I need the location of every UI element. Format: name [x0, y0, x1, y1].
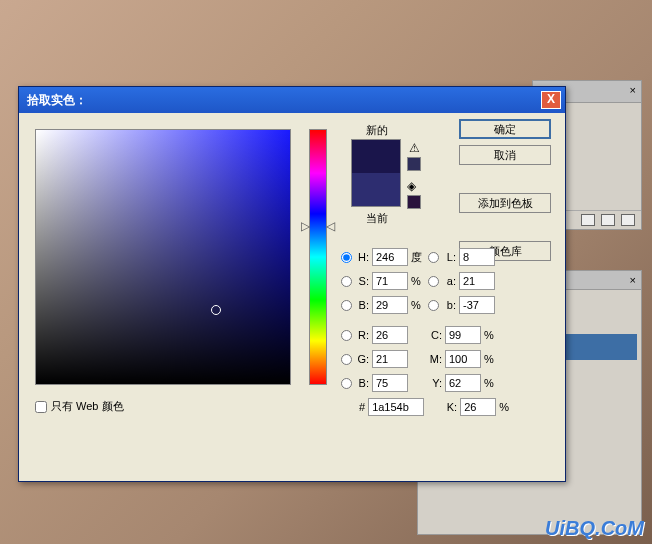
add-swatch-button[interactable]: 添加到色板	[459, 193, 551, 213]
color-picker-dialog: 拾取实色： X ▷◁ 新的 当前 ⚠ ◈ 确定 取消 添加到色板 颜色库 H:度	[18, 86, 566, 482]
s-radio[interactable]	[341, 276, 352, 287]
bv-radio[interactable]	[341, 300, 352, 311]
sv-handle[interactable]	[211, 305, 221, 315]
panel-close-icon[interactable]: ×	[630, 274, 636, 286]
y-input[interactable]	[445, 374, 481, 392]
panel-close-icon[interactable]: ×	[630, 84, 636, 99]
current-label: 当前	[351, 211, 403, 226]
websafe-warning-icon[interactable]: ◈	[407, 179, 421, 193]
gamut-swatch[interactable]	[407, 157, 421, 171]
b-radio[interactable]	[428, 300, 439, 311]
dialog-title: 拾取实色：	[27, 92, 87, 109]
color-values: H:度 L: S:% a: B:% b: R: C:% G: M:% B: Y:…	[341, 245, 541, 419]
new-color-swatch[interactable]	[352, 140, 400, 173]
s-input[interactable]	[372, 272, 408, 290]
h-radio[interactable]	[341, 252, 352, 263]
hex-input[interactable]	[368, 398, 424, 416]
hue-pointer: ▷◁	[301, 219, 335, 233]
a-input[interactable]	[459, 272, 495, 290]
gamut-warning-icon[interactable]: ⚠	[407, 141, 421, 155]
a-radio[interactable]	[428, 276, 439, 287]
bb-radio[interactable]	[341, 378, 352, 389]
k-input[interactable]	[460, 398, 496, 416]
color-swatches	[351, 139, 401, 207]
watermark: UiBQ.CoM	[545, 517, 644, 540]
web-only-checkbox[interactable]	[35, 401, 47, 413]
footer-icon[interactable]	[581, 214, 595, 226]
l-input[interactable]	[459, 248, 495, 266]
bb-input[interactable]	[372, 374, 408, 392]
footer-icon[interactable]	[601, 214, 615, 226]
g-radio[interactable]	[341, 354, 352, 365]
close-button[interactable]: X	[541, 91, 561, 109]
websafe-swatch[interactable]	[407, 195, 421, 209]
new-label: 新的	[351, 123, 403, 138]
r-input[interactable]	[372, 326, 408, 344]
ok-button[interactable]: 确定	[459, 119, 551, 139]
m-input[interactable]	[445, 350, 481, 368]
hex-label: #	[341, 401, 365, 413]
r-radio[interactable]	[341, 330, 352, 341]
hue-slider[interactable]	[309, 129, 327, 385]
current-color-swatch[interactable]	[352, 173, 400, 206]
web-only-label: 只有 Web 颜色	[51, 399, 124, 414]
l-radio[interactable]	[428, 252, 439, 263]
c-input[interactable]	[445, 326, 481, 344]
trash-icon[interactable]	[621, 214, 635, 226]
b-input[interactable]	[459, 296, 495, 314]
cancel-button[interactable]: 取消	[459, 145, 551, 165]
saturation-value-box[interactable]	[35, 129, 291, 385]
g-input[interactable]	[372, 350, 408, 368]
titlebar[interactable]: 拾取实色： X	[19, 87, 565, 113]
bv-input[interactable]	[372, 296, 408, 314]
h-input[interactable]	[372, 248, 408, 266]
